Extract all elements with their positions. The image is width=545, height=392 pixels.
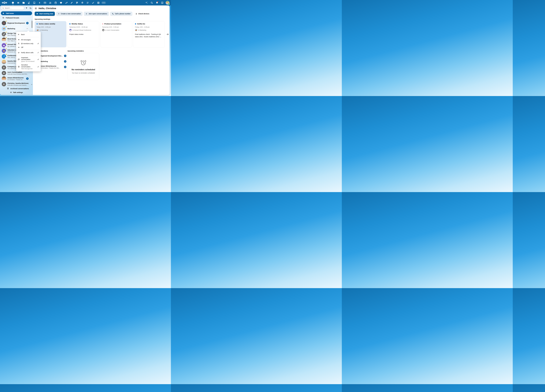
menu-item-sensitive-conversation[interactable]: Sensitive conversationHide message text xyxy=(16,63,41,70)
meeting-card-1[interactable]: Weekly StatusTomorrow 10:00 – 10:45 amIn… xyxy=(68,21,99,47)
action-button-join-open-conversations[interactable]: Join open conversations xyxy=(84,12,109,16)
link-icon xyxy=(3,33,5,35)
conversation-last-message: Call with Nicol Evreux and Chri... xyxy=(7,73,29,75)
app-icon-forms[interactable] xyxy=(85,0,90,6)
action-button-call-a-phone-number[interactable]: Call a phone number xyxy=(110,12,132,16)
video-icon xyxy=(37,13,38,15)
app-icon-photos[interactable] xyxy=(32,0,37,6)
megaphone-icon xyxy=(135,29,137,31)
collapse-sidebar-icon[interactable] xyxy=(35,7,37,10)
main-content: Hello, Christine Start meeting nowCreate… xyxy=(33,6,170,95)
reminders-empty-title: No reminders scheduled xyxy=(72,68,95,71)
app-icon-talk[interactable] xyxy=(10,0,16,6)
menu-item-all-messages[interactable]: All messages xyxy=(16,38,41,42)
new-conversation-icon[interactable] xyxy=(29,6,32,10)
app-icon-calendar[interactable] xyxy=(53,0,58,6)
notifications-bell-icon[interactable] xyxy=(154,0,160,6)
menu-item-important-conversation[interactable]: Important conversationIgnore "Do not dis… xyxy=(16,56,41,63)
app-icon-health[interactable] xyxy=(58,0,64,6)
search-input[interactable] xyxy=(1,6,24,10)
notification-dot xyxy=(157,1,158,2)
menu-item-off[interactable]: Off xyxy=(16,45,41,49)
next-meetings-arrow-icon[interactable] xyxy=(166,33,169,36)
unread-badge: 1 xyxy=(64,66,66,68)
menu-item--mentions-only[interactable]: @-mentions only xyxy=(16,42,41,45)
app-icon-notes[interactable] xyxy=(69,0,74,6)
action-button-create-a-new-conversation[interactable]: Create a new conversation xyxy=(56,12,83,16)
menu-item-back[interactable]: Back xyxy=(16,32,41,36)
scroll-up-icon[interactable]: ▲ xyxy=(31,19,32,20)
check-icon xyxy=(37,52,39,54)
app-icon-deck[interactable] xyxy=(74,0,80,6)
calendar-icon xyxy=(69,29,72,31)
sidebar-scrollbar[interactable] xyxy=(32,21,32,28)
scroll-down-icon[interactable]: ▼ xyxy=(31,84,32,85)
ocs-chip: OCS xyxy=(102,2,106,4)
briefcase-icon xyxy=(3,22,5,24)
sidebar-item-talk-settings[interactable]: Talk settings xyxy=(0,91,33,93)
conversation-item-10[interactable]: Amara WinterbourneHi Christine ! Thanks … xyxy=(1,76,32,81)
plus-icon xyxy=(58,13,60,15)
conversation-item-0[interactable]: ★Regional Development ...1 xyxy=(1,20,32,26)
sidebar-item-followed-threads[interactable]: Followed threads xyxy=(1,16,32,20)
app-icon-analytics[interactable] xyxy=(64,0,69,6)
unified-search-icon[interactable] xyxy=(149,0,154,6)
threads-icon xyxy=(2,17,4,19)
quick-actions: Start meeting nowCreate a new conversati… xyxy=(35,12,167,16)
app-icon-mail[interactable] xyxy=(42,0,48,6)
app-icon-contacts[interactable] xyxy=(48,0,53,6)
search-field[interactable] xyxy=(5,7,23,9)
meeting-card-2[interactable]: Product presentationTomorrow 4:00 – 5:30… xyxy=(100,21,132,47)
unread-badge: 1 xyxy=(64,55,66,57)
favorite-star-icon: ★ xyxy=(6,37,7,39)
conversation-last-message: Hi Christine ! Thanks for ... xyxy=(7,79,25,80)
action-button-check-devices[interactable]: Check devices xyxy=(134,12,151,16)
avatar-megaphone xyxy=(37,29,39,31)
action-button-start-meeting-now[interactable]: Start meeting now xyxy=(35,12,55,16)
nextcloud-logo-icon[interactable] xyxy=(1,1,7,4)
conversation-item-1[interactable]: ★Marketing xyxy=(1,26,32,31)
archive-icon xyxy=(7,88,9,90)
avatar-people xyxy=(102,29,105,31)
app-icon-tables[interactable] xyxy=(96,0,101,6)
avatar-link: ★ xyxy=(2,32,6,36)
user-avatar[interactable] xyxy=(166,1,169,5)
advanced-options: Important conversationIgnore "Do not dis… xyxy=(16,56,41,70)
app-icon-tasks[interactable] xyxy=(90,0,96,6)
contacts-menu-icon[interactable] xyxy=(160,0,165,6)
app-icon-dashboard[interactable] xyxy=(16,0,21,6)
people-icon xyxy=(3,83,5,85)
conversation-item-11[interactable]: Christine, Sandra McKinney, ...Call with… xyxy=(1,81,32,87)
menu-item-label: Sensitive conversation xyxy=(21,64,36,68)
assistant-sparkles-icon[interactable] xyxy=(144,0,149,6)
public-link-icon xyxy=(5,57,7,59)
reminders-empty-subtitle: You have no reminders scheduled xyxy=(72,72,95,74)
sidebar-item-archived[interactable]: Archived conversations xyxy=(0,88,33,90)
filter-icon[interactable] xyxy=(25,6,28,10)
back-label: Back xyxy=(21,34,25,35)
app-icon-whiteboard[interactable] xyxy=(26,0,32,6)
app-icon-ocs[interactable]: OCS xyxy=(101,0,106,6)
sidebar-item-talk-home[interactable]: Talk home xyxy=(1,11,32,15)
shield-lock-icon xyxy=(18,66,20,68)
meeting-card-3[interactable]: Go/No-GoFriday, 4:00 – 4:30 pmIn Marketi… xyxy=(133,21,165,47)
conversation-last-message: Call with Christine and Sandra ... xyxy=(7,84,29,86)
app-icon-activity[interactable] xyxy=(37,0,42,6)
avatar-megaphone xyxy=(135,29,137,31)
calendar-color-dot xyxy=(135,23,136,24)
gear-icon xyxy=(10,91,12,93)
list-icon xyxy=(86,13,87,15)
meeting-location: In Marketing xyxy=(138,29,146,31)
volume-icon xyxy=(18,39,20,41)
app-menu: OCS xyxy=(10,0,106,6)
people-icon xyxy=(102,29,105,31)
meeting-title: Series status weekly xyxy=(39,23,55,25)
menu-item-notify-about-calls[interactable]: Notify about calls xyxy=(16,50,41,54)
notify-about-calls-label: Notify about calls xyxy=(21,52,33,54)
app-icon-files[interactable] xyxy=(21,0,26,6)
notification-settings-menu: Back All messages@-mentions onlyOff Noti… xyxy=(16,32,41,72)
conversation-more-icon[interactable] xyxy=(26,27,29,30)
app-icon-collectives[interactable] xyxy=(80,0,85,6)
mic-icon xyxy=(135,13,137,15)
volume-off-icon xyxy=(18,46,20,48)
